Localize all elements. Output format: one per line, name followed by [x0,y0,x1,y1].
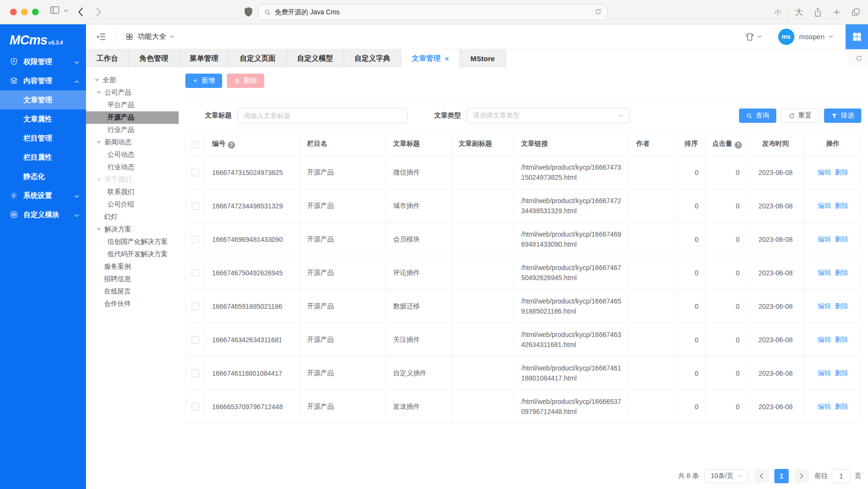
goto-page-input[interactable] [832,469,851,483]
add-button[interactable]: 新增 [185,74,222,88]
sidebar-toggle-icon[interactable] [50,6,60,14]
tree-item[interactable]: 全部 [86,74,179,87]
tree-item[interactable]: 解决方案 [86,223,179,236]
question-circle-icon[interactable]: ? [228,141,235,149]
reload-icon[interactable] [595,8,601,17]
tab[interactable]: 菜单管理 [179,49,229,67]
tree-item[interactable]: 公司动态 [86,149,179,161]
refresh-tab-button[interactable] [849,49,868,67]
tree-item[interactable]: 公司产品 [86,87,179,99]
collapse-menu-icon[interactable] [96,33,106,41]
tab-overview-icon[interactable] [851,8,860,17]
edit-link[interactable]: 编辑 [818,202,831,209]
zoom-window-button[interactable] [32,9,39,15]
close-window-button[interactable] [10,9,17,15]
tree-item[interactable]: 幻灯 [86,211,179,223]
chevron-down-icon[interactable] [64,9,68,12]
tree-item[interactable]: 开源产品 [86,111,179,124]
sidebar-item-settings[interactable]: 系统设置 [0,186,86,205]
tab[interactable]: 角色管理 [129,49,179,67]
filter-button[interactable]: 筛选 [824,109,861,123]
theme-skin-button[interactable] [745,33,762,41]
sidebar-submenu-item[interactable]: 栏目管理 [0,129,86,148]
prev-page-button[interactable] [754,469,769,483]
question-circle-icon[interactable]: ? [735,141,742,149]
tab[interactable]: MStore [460,49,506,67]
next-page-button[interactable] [794,469,809,483]
cell-subtitle [452,323,514,357]
search-button[interactable]: 查询 [739,109,776,123]
share-icon[interactable] [814,7,822,17]
tab[interactable]: 自定义页面 [229,49,287,67]
edit-link[interactable]: 编辑 [818,369,831,377]
row-checkbox[interactable] [192,269,199,277]
apps-grid-button[interactable] [846,24,868,49]
tree-item[interactable]: 服务案例 [86,261,179,273]
delete-link[interactable]: 删除 [835,235,848,243]
text-larger-button[interactable]: 大 [795,7,803,18]
tree-item[interactable]: 公司介绍 [86,198,179,211]
tree-item[interactable]: 合作伙伴 [86,298,179,310]
edit-link[interactable]: 编辑 [818,336,831,343]
forward-button[interactable] [96,7,102,17]
address-bar[interactable]: 免费开源的 Java Cms [258,4,608,20]
tree-item[interactable]: 行业产品 [86,124,179,136]
delete-link[interactable]: 删除 [835,302,848,310]
back-button[interactable] [77,7,84,17]
tab[interactable]: 自定义模型 [287,49,344,67]
row-checkbox[interactable] [192,202,199,210]
page-size-select[interactable]: 10条/页 [705,469,749,483]
tree-item[interactable]: 关于我们 [86,174,179,186]
row-checkbox[interactable] [192,336,199,344]
tab[interactable]: 自定义字典 [344,49,401,67]
tab[interactable]: 工作台 [86,49,129,67]
row-checkbox[interactable] [192,236,199,243]
new-tab-icon[interactable] [833,8,841,16]
sidebar-item-permissions[interactable]: 权限管理 [0,52,86,71]
username[interactable]: msopen [799,33,825,41]
edit-link[interactable]: 编辑 [818,168,831,176]
type-filter-select[interactable]: 请选择文章类型 [467,108,630,123]
tree-item[interactable]: 信创国产化解决方案 [86,236,179,248]
row-checkbox[interactable] [192,303,199,310]
sidebar-item-content[interactable]: 内容管理 [0,71,86,90]
row-checkbox[interactable] [192,403,199,411]
current-page-button[interactable]: 1 [774,469,789,483]
reset-button[interactable]: 重置 [781,109,819,123]
sidebar-submenu-item[interactable]: 栏目属性 [0,148,86,167]
row-checkbox[interactable] [192,169,199,176]
delete-link[interactable]: 删除 [835,202,848,209]
delete-link[interactable]: 删除 [835,269,848,276]
tree-item[interactable]: 新闻动态 [86,136,179,149]
delete-link[interactable]: 删除 [835,402,848,410]
edit-link[interactable]: 编辑 [818,402,831,410]
avatar[interactable]: ms [778,29,794,45]
delete-link[interactable]: 删除 [835,168,848,176]
tree-item[interactable]: 低代码开发解决方案 [86,248,179,261]
tab[interactable]: 文章管理 × [401,49,460,67]
cell-link: /html/web/product/kycp/16667461188010844… [514,357,630,390]
select-all-checkbox[interactable] [192,141,199,148]
tree-item[interactable]: 行业动态 [86,161,179,174]
tree-item[interactable]: 联系我们 [86,186,179,198]
delete-button[interactable]: 删除 [227,74,264,88]
sidebar-item-custom-module[interactable]: 自定义模块 [0,205,86,224]
sidebar-submenu-item[interactable]: 文章管理 [0,90,86,109]
text-smaller-button[interactable]: 小 [774,8,781,17]
minimize-window-button[interactable] [21,9,28,15]
edit-link[interactable]: 编辑 [818,269,831,276]
sidebar-submenu-item[interactable]: 文章属性 [0,109,86,129]
edit-link[interactable]: 编辑 [818,302,831,310]
tree-item[interactable]: 招聘信息 [86,273,179,285]
title-filter-input[interactable] [237,108,407,123]
sidebar-submenu-item[interactable]: 静态化 [0,167,86,186]
delete-link[interactable]: 删除 [835,336,848,343]
tree-item[interactable]: 在线留言 [86,285,179,298]
privacy-shield-icon[interactable] [245,7,252,17]
tab-close-icon[interactable]: × [445,55,449,62]
row-checkbox[interactable] [192,369,199,377]
delete-link[interactable]: 删除 [835,369,848,377]
tree-item[interactable]: 平台产品 [86,99,179,111]
nav-menu-label[interactable]: 功能大全 [138,32,166,41]
edit-link[interactable]: 编辑 [818,235,831,243]
